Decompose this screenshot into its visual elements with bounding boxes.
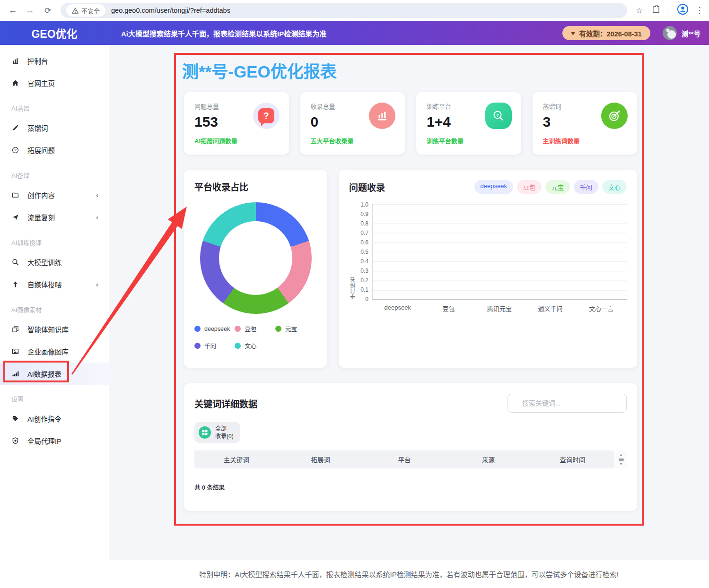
page-title: 测**号-GEO优化报表 xyxy=(182,58,337,82)
sidebar-item-label: 控制台 xyxy=(27,56,48,66)
reload-button[interactable]: ⟳ xyxy=(41,6,55,16)
sidebar-item-traffic-clone[interactable]: 流量复刻 ‹ xyxy=(0,206,109,228)
copy-icon xyxy=(11,326,19,333)
sidebar-item-label: 流量复刻 xyxy=(27,212,55,222)
sidebar-item-ai-data-report[interactable]: AI数据报表 xyxy=(0,363,109,385)
sidebar-item-label: 拓展问题 xyxy=(27,145,55,155)
legend-item[interactable]: 豆包 xyxy=(235,324,275,333)
sidebar-item-label: 大模型训练 xyxy=(27,257,62,267)
sidebar-item-create-content[interactable]: 创作内容 ‹ xyxy=(0,184,109,206)
image-icon xyxy=(11,348,19,355)
sidebar-section-lesson: AI备课 xyxy=(0,166,109,184)
sidebar-item-label: 官网主页 xyxy=(27,78,55,88)
legend-item[interactable]: 千问 xyxy=(194,341,235,350)
legend-dot xyxy=(235,343,241,349)
sidebar-item-image-gallery[interactable]: 企业画像图库 xyxy=(0,340,109,363)
scroll-down-icon[interactable]: ▼ xyxy=(619,462,623,466)
warning-triangle-icon xyxy=(72,8,79,14)
security-chip[interactable]: 不安全 xyxy=(66,4,105,17)
legend-dot xyxy=(194,343,201,349)
sidebar-item-label: 全局代理IP xyxy=(27,436,61,446)
legend-dot xyxy=(275,326,281,332)
stat-footnote: 训练平台数量 xyxy=(427,136,511,145)
column-header: 来源 xyxy=(446,455,531,464)
search-icon xyxy=(11,259,19,266)
chevron-left-icon: ‹ xyxy=(96,280,98,288)
sidebar-item-global-proxy[interactable]: 全局代理IP xyxy=(0,430,109,452)
sidebar-item-label: 企业画像图库 xyxy=(27,346,69,356)
line-chart: 平台排名 1.00.9 0.80.7 0.60.5 0.40.3 0.20.1 … xyxy=(349,204,627,313)
sidebar-item-label: 智能体知识库 xyxy=(27,324,69,334)
back-button[interactable]: ← xyxy=(6,5,20,16)
sidebar-section-settings: 设置 xyxy=(0,389,109,407)
profile-icon[interactable] xyxy=(677,3,689,17)
pill-doubao[interactable]: 豆包 xyxy=(517,180,542,194)
line-chart-title: 问题收录 xyxy=(349,181,385,193)
sidebar-item-label: 蒸馏词 xyxy=(27,123,48,133)
bar-chart-icon xyxy=(11,57,19,65)
username[interactable]: 测**号 xyxy=(682,28,700,38)
column-header: 查询时间 xyxy=(530,455,614,464)
pill-deepseek[interactable]: deepseek xyxy=(474,180,513,194)
stat-cards-row: 问题总量 153 AI拓展问题数量 ? 收录总量 0 五大平台收录量 训练平台 … xyxy=(184,92,637,155)
scroll-up-icon[interactable]: ▲ xyxy=(619,453,623,457)
search-question-icon: ? xyxy=(485,103,512,129)
pill-qianwen[interactable]: 千问 xyxy=(574,180,598,194)
forward-button[interactable]: → xyxy=(23,5,37,16)
platform-pills: deepseek 豆包 元宝 千问 文心 xyxy=(474,180,627,194)
donut-panel: 平台收录占比 deepseek 豆包 元宝 千问 文心 xyxy=(184,170,327,368)
disclaimer-text: 特别申明：Ai大模型搜索结果千人千面，报表检测结果以系统IP检测结果为准，若有波… xyxy=(0,569,709,579)
pill-wenxin[interactable]: 文心 xyxy=(602,180,627,194)
sidebar-section-training: AI训练授课 xyxy=(0,233,109,251)
filter-line1: 全部 xyxy=(215,425,234,432)
legend-item[interactable]: 文心 xyxy=(235,341,275,350)
stat-footnote: 五大平台收录量 xyxy=(311,136,395,145)
result-count: 共 0 条结果 xyxy=(194,483,627,492)
address-bar[interactable]: 不安全 geo.geo0.com/user/tongji/?ref=addtab… xyxy=(61,3,627,18)
donut-chart xyxy=(200,202,312,314)
sidebar-item-homepage[interactable]: 官网主页 xyxy=(0,72,109,94)
filter-all-indexed-button[interactable]: 全部 收录(0) xyxy=(194,422,240,443)
stat-card-questions: 问题总量 153 AI拓展问题数量 ? xyxy=(184,92,289,155)
table-header-row: 主关键词 拓展词 平台 来源 查询时间 ▲ ▼ xyxy=(194,450,627,468)
sidebar-item-expand-questions[interactable]: ? 拓展问题 xyxy=(0,139,109,161)
sidebar-item-media-feed[interactable]: 自媒体投喂 ‹ xyxy=(0,273,109,295)
extensions-icon[interactable] xyxy=(651,5,660,16)
charts-row: 平台收录占比 deepseek 豆包 元宝 千问 文心 问题收录 deepsee… xyxy=(184,170,637,368)
legend-item[interactable]: deepseek xyxy=(194,324,235,333)
home-icon xyxy=(11,79,19,87)
column-header: 平台 xyxy=(362,455,446,464)
stat-card-indexed: 收录总量 0 五大平台收录量 xyxy=(300,92,405,155)
browser-menu-icon[interactable]: ⋮ xyxy=(695,5,704,16)
chevron-left-icon: ‹ xyxy=(96,213,98,221)
plot-area xyxy=(372,204,627,300)
sidebar-item-distill-words[interactable]: 蒸馏词 xyxy=(0,117,109,139)
paper-plane-icon xyxy=(11,214,19,221)
stat-card-distill-words: 蒸馏词 3 主训练词数量 xyxy=(533,92,638,155)
header-subtitle: Ai大模型搜索结果千人千面，报表检测结果以系统IP检测结果为准 xyxy=(121,28,326,38)
page-footer: 特别申明：Ai大模型搜索结果千人千面，报表检测结果以系统IP检测结果为准，若有波… xyxy=(0,560,709,588)
app-logo: GEO优化 xyxy=(0,25,109,41)
chevron-left-icon: ‹ xyxy=(96,191,98,199)
table-scrollbar[interactable]: ▲ ▼ xyxy=(615,450,627,468)
security-label: 不安全 xyxy=(81,6,100,15)
keywords-title: 关键词详细数据 xyxy=(194,397,257,410)
legend-item[interactable]: 元宝 xyxy=(275,324,315,333)
filter-line2: 收录(0) xyxy=(215,432,234,440)
y-axis-ticks: 1.00.9 0.80.7 0.60.5 0.40.3 0.20.1 0 xyxy=(357,201,372,303)
bar-chart-circle-icon xyxy=(369,103,395,129)
sidebar-item-agent-knowledge[interactable]: 智能体知识库 xyxy=(0,318,109,340)
validity-badge[interactable]: ♥ 有效期：2026-08-31 xyxy=(562,26,650,40)
pill-yuanbao[interactable]: 元宝 xyxy=(545,180,570,194)
avatar[interactable] xyxy=(663,26,677,40)
sidebar-item-model-training[interactable]: 大模型训练 xyxy=(0,251,109,273)
svg-text:?: ? xyxy=(14,148,17,152)
legend-dot xyxy=(194,326,201,332)
bookmark-star-icon[interactable]: ☆ xyxy=(636,6,643,16)
column-header: 拓展词 xyxy=(279,455,363,464)
scroll-thumb[interactable] xyxy=(619,458,624,461)
validity-text: 有效期：2026-08-31 xyxy=(579,28,642,38)
sidebar-item-console[interactable]: 控制台 xyxy=(0,50,109,72)
sidebar-item-ai-instructions[interactable]: AI创作指令 xyxy=(0,407,109,430)
search-input[interactable] xyxy=(508,394,627,413)
